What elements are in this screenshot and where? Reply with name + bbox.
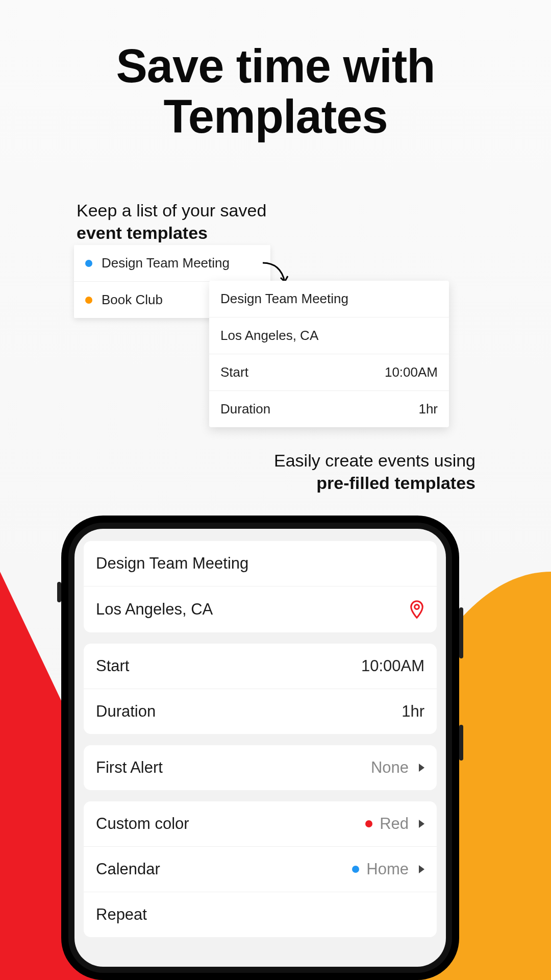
row-label: Repeat <box>96 905 147 924</box>
row-label: Duration <box>96 702 156 721</box>
phone-screen: Design Team Meeting Los Angeles, CA Star… <box>74 529 446 967</box>
subtitle-prefilled: Easily create events using pre-filled te… <box>274 449 475 494</box>
svg-point-0 <box>415 605 419 609</box>
template-detail-title-row: Design Team Meeting <box>209 281 449 317</box>
row-value: 1hr <box>418 401 438 417</box>
row-value-group: None <box>371 758 424 777</box>
row-label: Custom color <box>96 815 189 833</box>
calendar-row[interactable]: Calendar Home <box>84 846 437 892</box>
template-detail-card: Design Team Meeting Los Angeles, CA Star… <box>209 281 449 427</box>
template-list-item[interactable]: Design Team Meeting <box>74 245 270 281</box>
row-value: Red <box>380 815 409 833</box>
row-value: Home <box>366 860 409 878</box>
phone-side-button <box>459 725 463 761</box>
row-value: 10:00AM <box>361 657 424 675</box>
phone-frame: Design Team Meeting Los Angeles, CA Star… <box>61 516 459 980</box>
row-label: Duration <box>220 401 270 417</box>
color-dot-icon <box>365 820 372 827</box>
event-title: Design Team Meeting <box>96 554 248 573</box>
row-label: First Alert <box>96 758 163 777</box>
template-detail-duration-row: Duration 1hr <box>209 390 449 427</box>
event-alert-card: First Alert None <box>84 745 437 790</box>
start-row[interactable]: Start 10:00AM <box>84 644 437 689</box>
event-title-row[interactable]: Design Team Meeting <box>84 541 437 586</box>
subtitle-line: Keep a list of your saved <box>77 201 266 220</box>
template-detail-start-row: Start 10:00AM <box>209 354 449 390</box>
subtitle-line: Easily create events using <box>274 451 475 470</box>
event-location: Los Angeles, CA <box>96 600 213 619</box>
row-value: 1hr <box>402 702 424 721</box>
template-detail-location: Los Angeles, CA <box>220 328 318 344</box>
location-pin-icon <box>409 600 424 619</box>
color-dot-icon <box>85 260 92 267</box>
subtitle-bold: pre-filled templates <box>316 473 475 493</box>
row-label: Start <box>220 364 248 380</box>
color-dot-icon <box>85 297 92 304</box>
page-title: Save time with Templates <box>0 41 551 142</box>
first-alert-row[interactable]: First Alert None <box>84 745 437 790</box>
color-dot-icon <box>352 866 359 873</box>
event-location-row[interactable]: Los Angeles, CA <box>84 586 437 632</box>
chevron-right-icon <box>419 820 424 828</box>
subtitle-bold: event templates <box>77 223 208 242</box>
template-list-label: Book Club <box>102 292 163 308</box>
event-header-card: Design Team Meeting Los Angeles, CA <box>84 541 437 632</box>
event-settings-card: Custom color Red Calendar Home <box>84 801 437 937</box>
row-value-group: Home <box>352 860 424 878</box>
subtitle-templates-list: Keep a list of your saved event template… <box>77 199 266 244</box>
chevron-right-icon <box>419 764 424 772</box>
row-label: Start <box>96 657 129 675</box>
chevron-right-icon <box>419 865 424 873</box>
phone-bezel: Design Team Meeting Los Angeles, CA Star… <box>68 523 452 973</box>
template-detail-title: Design Team Meeting <box>220 291 348 307</box>
row-value: None <box>371 758 409 777</box>
repeat-row[interactable]: Repeat <box>84 892 437 937</box>
custom-color-row[interactable]: Custom color Red <box>84 801 437 846</box>
template-detail-location-row: Los Angeles, CA <box>209 317 449 354</box>
phone-side-button <box>459 607 463 658</box>
row-value: 10:00AM <box>385 364 438 380</box>
row-label: Calendar <box>96 860 160 878</box>
event-time-card: Start 10:00AM Duration 1hr <box>84 644 437 734</box>
template-list-label: Design Team Meeting <box>102 255 230 271</box>
duration-row[interactable]: Duration 1hr <box>84 689 437 734</box>
phone-side-button <box>57 582 61 602</box>
row-value-group: Red <box>365 815 424 833</box>
